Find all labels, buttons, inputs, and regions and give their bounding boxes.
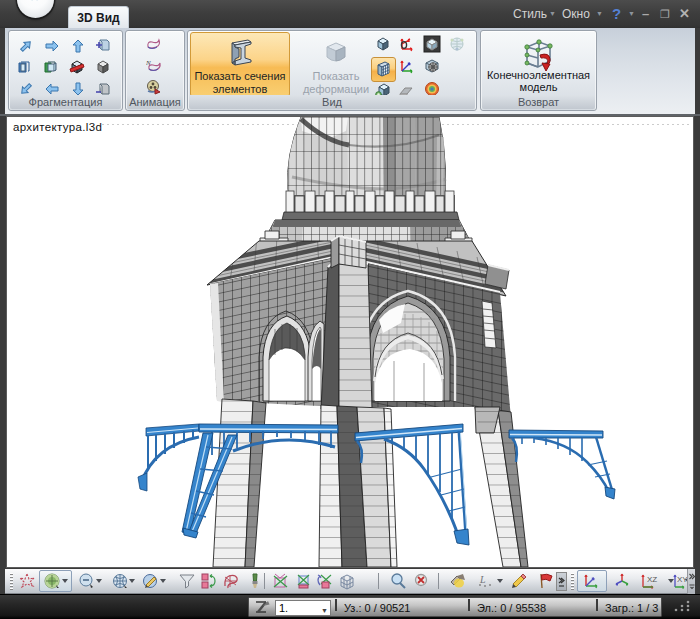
svg-text:N: N	[146, 59, 151, 67]
svg-text:L: L	[479, 574, 486, 585]
svg-text:XZ: XZ	[647, 575, 657, 584]
